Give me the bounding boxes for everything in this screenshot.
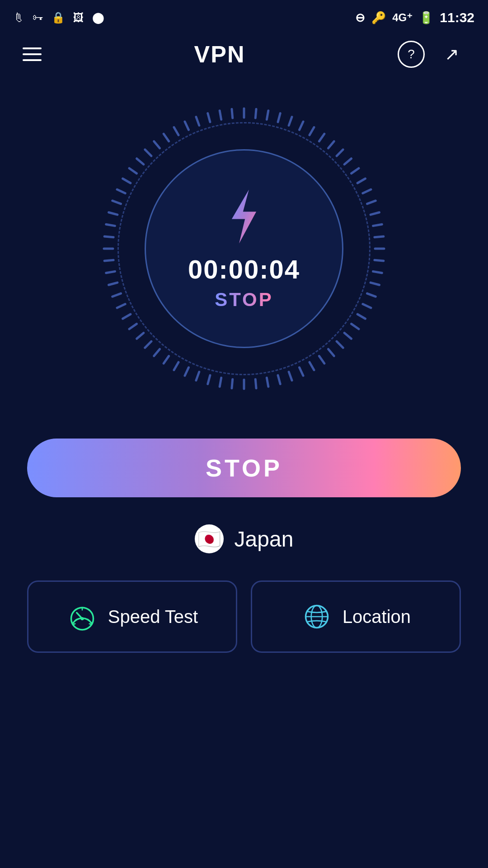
svg-line-41 <box>185 368 188 376</box>
menu-button[interactable] <box>23 47 42 61</box>
svg-line-62 <box>137 159 144 165</box>
svg-line-22 <box>367 293 376 297</box>
stop-button-wrap: STOP <box>0 439 488 497</box>
svg-line-51 <box>109 283 117 285</box>
svg-line-28 <box>328 349 334 356</box>
minus-circle-icon: ⊖ <box>355 11 365 25</box>
vpn-power-button[interactable]: 00:00:04 STOP <box>145 149 343 348</box>
header-actions: ? ↗ <box>398 41 465 68</box>
svg-line-29 <box>319 356 324 363</box>
svg-line-34 <box>267 378 268 387</box>
svg-line-13 <box>363 189 371 193</box>
svg-line-57 <box>109 212 117 215</box>
lightning-bolt-icon <box>217 187 271 246</box>
country-row: 🇯🇵 Japan <box>0 524 488 553</box>
speed-test-label: Speed Test <box>108 607 198 627</box>
status-left-icons: 🖁 🗝 🔒 🖼 ⬤ <box>14 11 104 24</box>
svg-line-32 <box>289 372 292 381</box>
location-button[interactable]: Location <box>251 580 461 653</box>
svg-line-76 <box>73 624 75 625</box>
svg-line-77 <box>89 624 92 625</box>
clock: 11:32 <box>440 10 474 25</box>
svg-line-1 <box>255 109 256 118</box>
svg-line-20 <box>373 271 382 273</box>
svg-line-71 <box>232 109 233 118</box>
svg-line-5 <box>300 122 303 130</box>
vpn-inner-circle-wrap: 00:00:04 STOP <box>145 149 343 348</box>
share-button[interactable]: ↗ <box>438 41 465 68</box>
svg-line-37 <box>232 379 233 388</box>
vpn-circle-area: // Rendered below via JS after page load… <box>0 77 488 420</box>
svg-line-31 <box>300 368 303 376</box>
svg-line-3 <box>278 113 280 122</box>
svg-line-14 <box>367 201 376 204</box>
status-right-icons: ⊖ 🔑 4G⁺ 🔋 11:32 <box>355 10 474 25</box>
svg-line-69 <box>208 113 210 122</box>
svg-line-59 <box>117 189 125 193</box>
signal-icon: 4G⁺ <box>392 11 413 24</box>
svg-line-26 <box>344 333 351 339</box>
svg-line-16 <box>373 224 382 226</box>
vpn-stop-label: STOP <box>215 289 273 311</box>
location-label: Location <box>343 607 411 627</box>
svg-line-38 <box>220 378 221 387</box>
svg-line-43 <box>164 356 169 363</box>
key-icon: 🗝 <box>33 11 43 24</box>
dot-icon: ⬤ <box>92 11 104 24</box>
svg-line-35 <box>255 379 256 388</box>
svg-line-56 <box>106 224 115 226</box>
svg-line-8 <box>328 142 334 148</box>
speedometer-icon <box>66 601 98 632</box>
country-name: Japan <box>235 527 294 552</box>
action-buttons: Speed Test Location <box>0 580 488 653</box>
sim-icon: 🖁 <box>14 11 24 24</box>
svg-line-2 <box>267 111 268 120</box>
svg-line-19 <box>375 260 384 261</box>
svg-line-30 <box>310 362 314 370</box>
svg-line-64 <box>154 142 160 148</box>
speed-test-button[interactable]: Speed Test <box>27 580 237 653</box>
svg-line-67 <box>185 122 188 130</box>
svg-line-49 <box>117 304 125 308</box>
svg-line-68 <box>196 117 199 126</box>
svg-line-24 <box>357 314 365 319</box>
svg-line-10 <box>344 159 351 165</box>
share-icon: ↗ <box>445 44 459 64</box>
svg-line-23 <box>363 304 371 308</box>
svg-line-70 <box>220 111 221 120</box>
help-button[interactable]: ? <box>398 41 425 68</box>
app-title: VPN <box>194 41 245 68</box>
vpn-timer: 00:00:04 <box>188 254 300 284</box>
lock-icon: 🔒 <box>52 11 65 24</box>
svg-line-55 <box>104 236 113 237</box>
svg-line-40 <box>196 372 199 381</box>
globe-icon <box>301 601 333 632</box>
svg-line-61 <box>129 168 136 173</box>
svg-line-15 <box>371 212 379 215</box>
svg-marker-72 <box>232 189 256 243</box>
svg-line-17 <box>375 236 384 237</box>
svg-line-47 <box>129 324 136 329</box>
svg-line-25 <box>352 324 359 329</box>
app-header: VPN ? ↗ <box>0 32 488 77</box>
question-icon: ? <box>408 47 415 61</box>
svg-point-75 <box>80 617 84 620</box>
image-icon: 🖼 <box>73 11 84 24</box>
svg-line-4 <box>289 117 292 126</box>
svg-line-33 <box>278 375 280 384</box>
svg-line-65 <box>164 134 169 141</box>
svg-line-46 <box>137 333 144 339</box>
svg-line-39 <box>208 375 210 384</box>
svg-line-7 <box>319 134 324 141</box>
svg-line-48 <box>123 314 131 319</box>
svg-line-58 <box>113 201 121 204</box>
flag-emoji: 🇯🇵 <box>197 528 221 550</box>
status-bar: 🖁 🗝 🔒 🖼 ⬤ ⊖ 🔑 4G⁺ 🔋 11:32 <box>0 0 488 32</box>
svg-line-44 <box>154 349 160 356</box>
svg-line-53 <box>104 260 113 261</box>
svg-line-21 <box>371 283 379 285</box>
svg-line-50 <box>113 293 121 297</box>
stop-button[interactable]: STOP <box>27 439 461 497</box>
battery-icon: 🔋 <box>419 11 433 25</box>
country-flag: 🇯🇵 <box>195 524 224 553</box>
